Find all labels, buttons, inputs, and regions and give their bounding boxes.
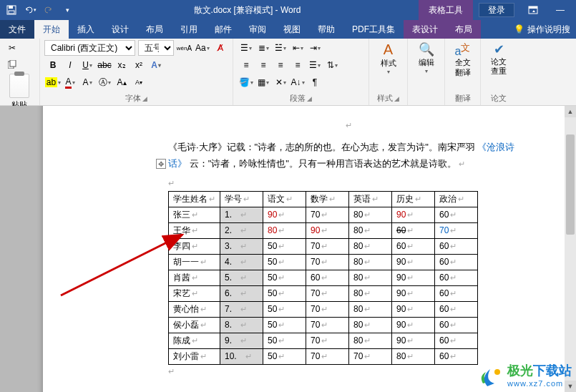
scroll-up-button[interactable]: ▲ xyxy=(565,106,576,117)
copy-button[interactable] xyxy=(4,57,20,72)
tab-references[interactable]: 引用 xyxy=(172,20,206,39)
tab-mailings[interactable]: 邮件 xyxy=(206,20,240,39)
table-row[interactable]: 胡一一↵4. ↵50↵70↵80↵90↵60↵ xyxy=(169,254,478,270)
data-cell[interactable]: 80↵ xyxy=(349,254,392,270)
data-cell[interactable]: 50↵ xyxy=(263,301,306,317)
cut-button[interactable]: ✂ xyxy=(4,40,20,56)
asian-layout-button[interactable]: ✕ xyxy=(272,74,289,90)
editing-button[interactable]: 🔍 编辑 ▾ xyxy=(412,40,440,76)
number-cell[interactable]: 1. ↵ xyxy=(220,207,263,222)
change-case-button[interactable]: Aa xyxy=(195,40,210,56)
data-cell[interactable]: 80↵ xyxy=(349,238,392,254)
tab-table-design[interactable]: 表设计 xyxy=(404,20,446,39)
justify-button[interactable]: ≡ xyxy=(289,57,306,73)
borders-button[interactable]: ▦ xyxy=(255,74,272,90)
data-cell[interactable]: 50↵ xyxy=(263,270,306,285)
number-cell[interactable]: 10. ↵ xyxy=(220,348,263,364)
number-cell[interactable]: 7. ↵ xyxy=(220,301,263,317)
qat-customize[interactable]: ▾ xyxy=(59,1,76,19)
data-cell[interactable]: 60↵ xyxy=(306,270,349,285)
translate-button[interactable]: a文 全文 翻译 xyxy=(449,40,476,79)
name-cell[interactable]: 宋艺↵ xyxy=(169,285,220,301)
table-row[interactable]: 宋艺↵6. ↵50↵70↵80↵90↵60↵ xyxy=(169,285,478,301)
multilevel-button[interactable]: ☱ xyxy=(272,40,289,56)
data-cell[interactable]: 50↵ xyxy=(263,333,306,348)
table-row[interactable]: 张三↵1. ↵90↵70↵80↵90↵60↵ xyxy=(169,207,478,222)
data-cell[interactable]: 60↵ xyxy=(435,285,478,301)
login-button[interactable]: 登录 xyxy=(479,3,514,17)
number-cell[interactable]: 6. ↵ xyxy=(220,285,263,301)
font-name-select[interactable]: Calibri (西文正文) xyxy=(44,40,135,56)
data-cell[interactable]: 70↵ xyxy=(306,333,349,348)
data-cell[interactable]: 90↵ xyxy=(392,270,435,285)
styles-button[interactable]: A 样式 ▾ xyxy=(374,40,403,77)
show-marks-button[interactable]: ¶ xyxy=(306,74,323,90)
grow-font-button-2[interactable]: A▴ xyxy=(113,74,130,90)
table-header[interactable]: 英语↵ xyxy=(349,191,392,207)
data-cell[interactable]: 90↵ xyxy=(392,301,435,317)
data-cell[interactable]: 60↵ xyxy=(435,270,478,285)
data-cell[interactable]: 90↵ xyxy=(392,333,435,348)
tab-insert[interactable]: 插入 xyxy=(69,20,103,39)
table-row[interactable]: 李四↵3. ↵50↵70↵80↵60↵60↵ xyxy=(169,238,478,254)
name-cell[interactable]: 王华↵ xyxy=(169,222,220,238)
table-row[interactable]: 刘小雷↵10. ↵50↵70↵70↵80↵60↵ xyxy=(169,348,478,364)
subscript-button[interactable]: x₂ xyxy=(113,57,130,73)
data-cell[interactable]: 80↵ xyxy=(392,348,435,364)
increase-indent-button[interactable]: ⇥ xyxy=(306,40,323,56)
grow-font-button[interactable]: wénA xyxy=(177,40,192,56)
table-header[interactable]: 数学↵ xyxy=(306,191,349,207)
table-header[interactable]: 学生姓名↵ xyxy=(169,191,220,207)
tab-design[interactable]: 设计 xyxy=(103,20,137,39)
table-row[interactable]: 陈成↵9. ↵50↵70↵80↵90↵60↵ xyxy=(169,333,478,348)
table-header[interactable]: 学号↵ xyxy=(220,191,263,207)
data-cell[interactable]: 60↵ xyxy=(435,333,478,348)
table-row[interactable]: 肖茜↵5. ↵50↵60↵80↵90↵60↵ xyxy=(169,270,478,285)
table-row[interactable]: 黄心怡↵7. ↵50↵70↵80↵90↵60↵ xyxy=(169,301,478,317)
distribute-button[interactable]: ☰ xyxy=(306,57,323,73)
vertical-scrollbar[interactable]: ▲ ▼ xyxy=(565,106,576,392)
data-cell[interactable]: 90↵ xyxy=(263,207,306,222)
shading-button[interactable]: 🪣 xyxy=(238,74,255,90)
underline-button[interactable]: U xyxy=(79,57,96,73)
bullets-button[interactable]: ☰ xyxy=(238,40,255,56)
name-cell[interactable]: 侯小磊↵ xyxy=(169,317,220,333)
clear-format-button[interactable]: A̸ xyxy=(213,40,228,56)
data-cell[interactable]: 60↵ xyxy=(392,222,435,238)
data-table[interactable]: 学生姓名↵学号↵语文↵数学↵英语↵历史↵政治↵张三↵1. ↵90↵70↵80↵9… xyxy=(168,191,478,365)
data-cell[interactable]: 70↵ xyxy=(306,348,349,364)
tab-review[interactable]: 审阅 xyxy=(240,20,275,39)
data-cell[interactable]: 70↵ xyxy=(306,285,349,301)
line-spacing-button[interactable]: ⇅ xyxy=(323,57,341,73)
numbering-button[interactable]: ≣ xyxy=(255,40,272,56)
redo-button[interactable] xyxy=(40,1,57,19)
font-color-button[interactable]: A xyxy=(62,74,79,90)
data-cell[interactable]: 70↵ xyxy=(435,222,478,238)
data-cell[interactable]: 70↵ xyxy=(306,317,349,333)
bold-button[interactable]: B xyxy=(44,57,62,73)
data-cell[interactable]: 50↵ xyxy=(263,238,306,254)
data-cell[interactable]: 60↵ xyxy=(435,317,478,333)
data-cell[interactable]: 80↵ xyxy=(349,285,392,301)
superscript-button[interactable]: x² xyxy=(130,57,147,73)
data-cell[interactable]: 90↵ xyxy=(392,317,435,333)
page[interactable]: ↵ 《毛诗·大序》记载："诗者，志的所的也。在心为志，发言为诗"。南宋严羽 《沧… xyxy=(43,106,572,392)
char-shading-button[interactable]: A xyxy=(79,74,96,90)
data-cell[interactable]: 80↵ xyxy=(349,222,392,238)
data-cell[interactable]: 50↵ xyxy=(263,348,306,364)
name-cell[interactable]: 李四↵ xyxy=(169,238,220,254)
data-cell[interactable]: 80↵ xyxy=(349,333,392,348)
data-cell[interactable]: 80↵ xyxy=(349,207,392,222)
align-right-button[interactable]: ≡ xyxy=(272,57,289,73)
font-launcher[interactable]: ◢ xyxy=(142,95,147,102)
sort-button[interactable]: A↓ xyxy=(289,74,306,90)
data-cell[interactable]: 50↵ xyxy=(263,285,306,301)
tab-view[interactable]: 视图 xyxy=(275,20,309,39)
number-cell[interactable]: 9. ↵ xyxy=(220,333,263,348)
tab-layout[interactable]: 布局 xyxy=(137,20,172,39)
tab-file[interactable]: 文件 xyxy=(0,20,34,39)
styles-launcher[interactable]: ◢ xyxy=(394,95,399,102)
shrink-font-button[interactable]: A▾ xyxy=(130,74,147,90)
font-size-select[interactable]: 五号 xyxy=(138,40,174,56)
name-cell[interactable]: 张三↵ xyxy=(169,207,220,222)
